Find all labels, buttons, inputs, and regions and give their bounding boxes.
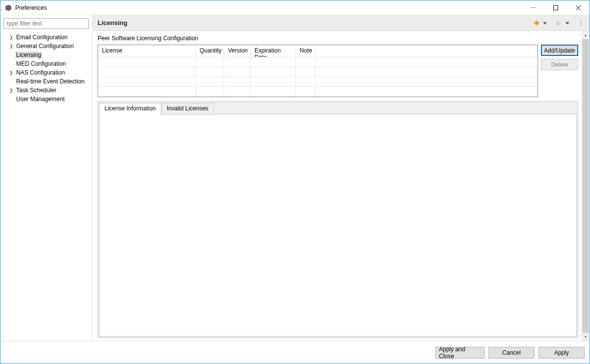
scroll-thumb[interactable]	[583, 39, 589, 333]
tree-item-user-management[interactable]: ❯ User Management	[6, 95, 89, 104]
tree-item-label: User Management	[15, 96, 66, 103]
app-icon	[4, 4, 12, 12]
apply-button[interactable]: Apply	[539, 347, 585, 359]
column-header-license[interactable]: License	[98, 45, 196, 57]
svg-point-7	[581, 23, 582, 24]
window-title: Preferences	[15, 4, 47, 11]
delete-button[interactable]: Delete	[541, 59, 578, 70]
column-header-expiration[interactable]: Expiration Date	[251, 45, 296, 57]
content: Licensing	[93, 15, 590, 341]
minimize-button[interactable]	[522, 0, 544, 15]
license-table[interactable]: License Quantity Version Expiration Date…	[98, 45, 538, 97]
svg-marker-5	[565, 22, 569, 25]
sidebar: ❯ Email Configuration ❯ General Configur…	[0, 15, 93, 341]
table-row[interactable]	[98, 77, 538, 87]
table-zone: License Quantity Version Expiration Date…	[98, 45, 578, 97]
back-menu-chevron-icon[interactable]	[541, 20, 548, 26]
forward-icon[interactable]	[555, 20, 562, 26]
column-header-quantity[interactable]: Quantity	[196, 45, 224, 57]
view-menu-icon[interactable]	[578, 20, 585, 26]
scroll-down-icon[interactable]: ▾	[582, 333, 590, 341]
back-icon[interactable]	[533, 20, 539, 26]
dialog-footer: Apply and Close Cancel Apply	[0, 341, 590, 364]
apply-and-close-button[interactable]: Apply and Close	[436, 347, 485, 359]
dialog-body: ❯ Email Configuration ❯ General Configur…	[0, 15, 590, 341]
tree-item-email-configuration[interactable]: ❯ Email Configuration	[6, 33, 89, 42]
window-controls	[522, 0, 590, 15]
main-area: Peer Software Licensing Configuration Li…	[93, 31, 581, 341]
tabs-area: License Information Invalid Licenses	[98, 101, 578, 338]
tab-license-information[interactable]: License Information	[99, 103, 161, 115]
table-body	[98, 57, 538, 97]
content-header: Licensing	[93, 15, 590, 31]
preferences-window: Preferences ❯ Email Configuration ❯ Gene…	[0, 0, 590, 364]
svg-marker-4	[543, 22, 547, 25]
cancel-button[interactable]: Cancel	[488, 347, 535, 359]
tab-pane-license-information	[99, 114, 577, 337]
tree-item-label: General Configuration	[15, 43, 75, 50]
svg-point-6	[581, 21, 582, 22]
content-inner: Peer Software Licensing Configuration Li…	[93, 31, 590, 341]
table-row[interactable]	[98, 57, 538, 67]
close-button[interactable]	[567, 0, 590, 15]
chevron-right-icon: ❯	[8, 70, 14, 76]
tabs-strip: License Information Invalid Licenses	[99, 103, 577, 114]
add-update-button[interactable]: Add/Update	[541, 45, 578, 56]
chevron-right-icon: ❯	[8, 34, 14, 40]
table-header-row: License Quantity Version Expiration Date…	[98, 45, 538, 57]
tree-item-nas-configuration[interactable]: ❯ NAS Configuration	[6, 68, 89, 77]
tree-item-label: MED Configuration	[15, 60, 67, 67]
maximize-button[interactable]	[544, 0, 567, 15]
svg-point-8	[581, 24, 582, 25]
column-header-version[interactable]: Version	[224, 45, 251, 57]
scroll-track[interactable]	[582, 39, 590, 333]
tree-item-label: Email Configuration	[15, 34, 69, 41]
chevron-right-icon: ❯	[8, 87, 14, 93]
tree-item-realtime-event-detection[interactable]: ❯ Real-time Event Detection	[6, 77, 89, 86]
tree-item-label: Real-time Event Detection	[15, 78, 85, 85]
vertical-scrollbar[interactable]: ▴ ▾	[581, 31, 590, 341]
tab-invalid-licenses[interactable]: Invalid Licenses	[161, 103, 214, 115]
tree-item-task-scheduler[interactable]: ❯ Task Scheduler	[6, 86, 89, 95]
section-label: Peer Software Licensing Configuration	[98, 34, 578, 45]
tree-item-licensing[interactable]: ❯ Licensing	[6, 51, 89, 59]
chevron-right-icon: ❯	[8, 43, 14, 49]
tree-item-med-configuration[interactable]: ❯ MED Configuration	[6, 59, 89, 68]
nav-tree: ❯ Email Configuration ❯ General Configur…	[3, 33, 89, 104]
table-row[interactable]	[98, 67, 538, 77]
tree-item-label: NAS Configuration	[15, 69, 66, 76]
filter-input[interactable]	[3, 18, 89, 29]
tree-item-label: Task Scheduler	[15, 87, 57, 94]
titlebar: Preferences	[0, 0, 590, 15]
page-title: Licensing	[98, 19, 128, 26]
table-row[interactable]	[98, 87, 538, 97]
tree-item-general-configuration[interactable]: ❯ General Configuration	[6, 42, 89, 51]
tree-item-label: Licensing	[15, 52, 42, 58]
scroll-up-icon[interactable]: ▴	[582, 31, 590, 39]
forward-menu-chevron-icon[interactable]	[564, 20, 571, 26]
table-buttons: Add/Update Delete	[541, 45, 578, 70]
column-header-note[interactable]: Note	[296, 45, 315, 57]
header-toolbar	[533, 20, 585, 26]
column-header-spacer	[315, 45, 538, 57]
